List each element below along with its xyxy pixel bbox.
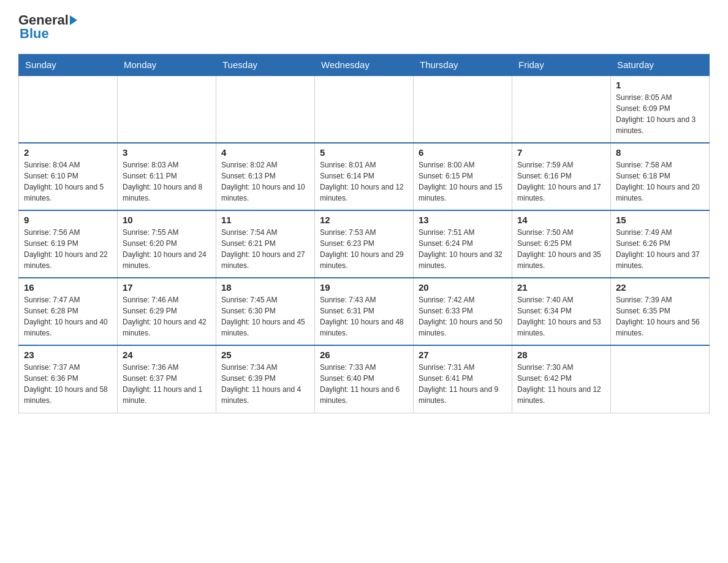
day-number: 2 [24, 147, 112, 158]
day-info: Sunrise: 7:54 AMSunset: 6:21 PMDaylight:… [221, 227, 309, 271]
day-info: Sunrise: 7:50 AMSunset: 6:25 PMDaylight:… [517, 227, 605, 271]
day-info: Sunrise: 7:55 AMSunset: 6:20 PMDaylight:… [123, 227, 211, 271]
page-header: General Blue [18, 12, 710, 42]
day-info: Sunrise: 7:47 AMSunset: 6:28 PMDaylight:… [24, 294, 112, 339]
calendar-table: SundayMondayTuesdayWednesdayThursdayFrid… [18, 54, 710, 413]
day-of-week-header: Sunday [19, 55, 118, 76]
day-info: Sunrise: 7:51 AMSunset: 6:24 PMDaylight:… [419, 227, 507, 271]
day-info: Sunrise: 7:45 AMSunset: 6:30 PMDaylight:… [221, 294, 309, 339]
calendar-day-cell: 23Sunrise: 7:37 AMSunset: 6:36 PMDayligh… [19, 345, 118, 413]
calendar-day-cell: 6Sunrise: 8:00 AMSunset: 6:15 PMDaylight… [414, 143, 512, 210]
day-number: 27 [419, 350, 507, 360]
day-number: 5 [320, 147, 408, 158]
day-number: 20 [419, 282, 507, 293]
day-number: 26 [320, 350, 408, 360]
calendar-day-cell [118, 75, 216, 143]
day-info: Sunrise: 8:03 AMSunset: 6:11 PMDaylight:… [123, 159, 211, 204]
day-number: 13 [419, 215, 507, 225]
day-of-week-header: Wednesday [315, 55, 414, 76]
calendar-day-cell: 13Sunrise: 7:51 AMSunset: 6:24 PMDayligh… [414, 210, 512, 278]
day-number: 11 [221, 215, 309, 225]
day-number: 14 [517, 215, 605, 225]
calendar-day-cell: 15Sunrise: 7:49 AMSunset: 6:26 PMDayligh… [611, 210, 710, 278]
day-info: Sunrise: 8:02 AMSunset: 6:13 PMDaylight:… [221, 159, 309, 204]
calendar-day-cell: 11Sunrise: 7:54 AMSunset: 6:21 PMDayligh… [216, 210, 315, 278]
logo-blue-text: Blue [20, 26, 49, 41]
day-of-week-header: Friday [512, 55, 611, 76]
calendar-day-cell: 1Sunrise: 8:05 AMSunset: 6:09 PMDaylight… [611, 75, 710, 143]
day-info: Sunrise: 7:33 AMSunset: 6:40 PMDaylight:… [320, 362, 408, 406]
day-number: 19 [320, 282, 408, 293]
day-info: Sunrise: 7:30 AMSunset: 6:42 PMDaylight:… [517, 362, 605, 406]
calendar-day-cell: 18Sunrise: 7:45 AMSunset: 6:30 PMDayligh… [216, 278, 315, 345]
calendar-day-cell: 20Sunrise: 7:42 AMSunset: 6:33 PMDayligh… [414, 278, 512, 345]
day-info: Sunrise: 8:01 AMSunset: 6:14 PMDaylight:… [320, 159, 408, 204]
calendar-day-cell: 9Sunrise: 7:56 AMSunset: 6:19 PMDaylight… [19, 210, 118, 278]
day-info: Sunrise: 8:00 AMSunset: 6:15 PMDaylight:… [419, 159, 507, 204]
day-number: 3 [123, 147, 211, 158]
day-of-week-header: Tuesday [216, 55, 315, 76]
day-info: Sunrise: 7:46 AMSunset: 6:29 PMDaylight:… [123, 294, 211, 339]
calendar-week-row: 1Sunrise: 8:05 AMSunset: 6:09 PMDaylight… [19, 75, 710, 143]
day-of-week-header: Saturday [611, 55, 710, 76]
day-number: 24 [123, 350, 211, 360]
day-info: Sunrise: 7:43 AMSunset: 6:31 PMDaylight:… [320, 294, 408, 339]
day-info: Sunrise: 7:36 AMSunset: 6:37 PMDaylight:… [123, 362, 211, 406]
calendar-day-cell: 7Sunrise: 7:59 AMSunset: 6:16 PMDaylight… [512, 143, 611, 210]
calendar-week-row: 16Sunrise: 7:47 AMSunset: 6:28 PMDayligh… [19, 278, 710, 345]
day-info: Sunrise: 8:04 AMSunset: 6:10 PMDaylight:… [24, 159, 112, 204]
calendar-day-cell: 14Sunrise: 7:50 AMSunset: 6:25 PMDayligh… [512, 210, 611, 278]
day-info: Sunrise: 7:39 AMSunset: 6:35 PMDaylight:… [616, 294, 704, 339]
calendar-day-cell: 12Sunrise: 7:53 AMSunset: 6:23 PMDayligh… [315, 210, 414, 278]
calendar-day-cell: 17Sunrise: 7:46 AMSunset: 6:29 PMDayligh… [118, 278, 216, 345]
day-info: Sunrise: 7:56 AMSunset: 6:19 PMDaylight:… [24, 227, 112, 271]
calendar-day-cell: 16Sunrise: 7:47 AMSunset: 6:28 PMDayligh… [19, 278, 118, 345]
calendar-day-cell: 5Sunrise: 8:01 AMSunset: 6:14 PMDaylight… [315, 143, 414, 210]
day-info: Sunrise: 7:49 AMSunset: 6:26 PMDaylight:… [616, 227, 704, 271]
calendar-day-cell: 27Sunrise: 7:31 AMSunset: 6:41 PMDayligh… [414, 345, 512, 413]
day-number: 18 [221, 282, 309, 293]
day-of-week-header: Monday [118, 55, 216, 76]
calendar-week-row: 2Sunrise: 8:04 AMSunset: 6:10 PMDaylight… [19, 143, 710, 210]
calendar-day-cell: 10Sunrise: 7:55 AMSunset: 6:20 PMDayligh… [118, 210, 216, 278]
days-of-week-row: SundayMondayTuesdayWednesdayThursdayFrid… [19, 55, 710, 76]
day-number: 12 [320, 215, 408, 225]
calendar-day-cell [611, 345, 710, 413]
calendar-day-cell: 4Sunrise: 8:02 AMSunset: 6:13 PMDaylight… [216, 143, 315, 210]
day-info: Sunrise: 7:59 AMSunset: 6:16 PMDaylight:… [517, 159, 605, 204]
day-number: 1 [616, 80, 704, 90]
day-number: 9 [24, 215, 112, 225]
calendar-day-cell: 8Sunrise: 7:58 AMSunset: 6:18 PMDaylight… [611, 143, 710, 210]
logo: General Blue [18, 12, 79, 42]
day-number: 22 [616, 282, 704, 293]
calendar-day-cell [315, 75, 414, 143]
calendar-day-cell: 22Sunrise: 7:39 AMSunset: 6:35 PMDayligh… [611, 278, 710, 345]
day-number: 28 [517, 350, 605, 360]
calendar-body: 1Sunrise: 8:05 AMSunset: 6:09 PMDaylight… [19, 75, 710, 413]
calendar-day-cell: 19Sunrise: 7:43 AMSunset: 6:31 PMDayligh… [315, 278, 414, 345]
day-number: 4 [221, 147, 309, 158]
day-info: Sunrise: 7:42 AMSunset: 6:33 PMDaylight:… [419, 294, 507, 339]
day-info: Sunrise: 7:37 AMSunset: 6:36 PMDaylight:… [24, 362, 112, 406]
calendar-day-cell [19, 75, 118, 143]
calendar-day-cell: 21Sunrise: 7:40 AMSunset: 6:34 PMDayligh… [512, 278, 611, 345]
day-number: 15 [616, 215, 704, 225]
day-info: Sunrise: 7:53 AMSunset: 6:23 PMDaylight:… [320, 227, 408, 271]
calendar-day-cell: 24Sunrise: 7:36 AMSunset: 6:37 PMDayligh… [118, 345, 216, 413]
calendar-day-cell: 3Sunrise: 8:03 AMSunset: 6:11 PMDaylight… [118, 143, 216, 210]
calendar-day-cell [512, 75, 611, 143]
day-number: 8 [616, 147, 704, 158]
day-info: Sunrise: 7:40 AMSunset: 6:34 PMDaylight:… [517, 294, 605, 339]
day-number: 17 [123, 282, 211, 293]
day-number: 23 [24, 350, 112, 360]
calendar-header: SundayMondayTuesdayWednesdayThursdayFrid… [19, 55, 710, 76]
day-number: 7 [517, 147, 605, 158]
day-number: 16 [24, 282, 112, 293]
day-info: Sunrise: 7:31 AMSunset: 6:41 PMDaylight:… [419, 362, 507, 406]
calendar-day-cell: 25Sunrise: 7:34 AMSunset: 6:39 PMDayligh… [216, 345, 315, 413]
calendar-day-cell [414, 75, 512, 143]
calendar-day-cell: 26Sunrise: 7:33 AMSunset: 6:40 PMDayligh… [315, 345, 414, 413]
day-number: 21 [517, 282, 605, 293]
logo-arrow-icon [70, 15, 77, 25]
calendar-week-row: 23Sunrise: 7:37 AMSunset: 6:36 PMDayligh… [19, 345, 710, 413]
